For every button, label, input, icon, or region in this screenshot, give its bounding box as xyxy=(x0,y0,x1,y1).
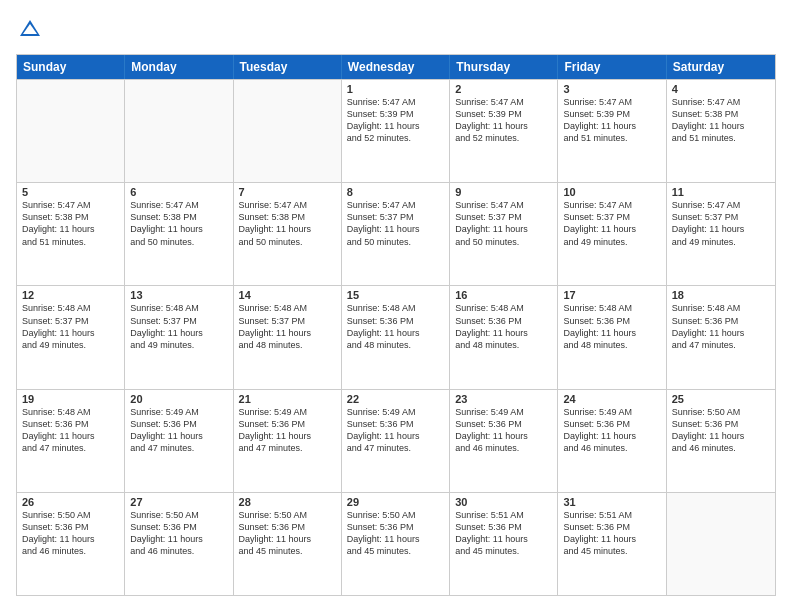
cal-cell-7: 7Sunrise: 5:47 AM Sunset: 5:38 PM Daylig… xyxy=(234,183,342,285)
cell-day-number: 1 xyxy=(347,83,444,95)
cell-day-number: 15 xyxy=(347,289,444,301)
cell-day-number: 18 xyxy=(672,289,770,301)
cell-info: Sunrise: 5:47 AM Sunset: 5:39 PM Dayligh… xyxy=(347,96,444,145)
cal-cell-6: 6Sunrise: 5:47 AM Sunset: 5:38 PM Daylig… xyxy=(125,183,233,285)
cell-day-number: 13 xyxy=(130,289,227,301)
cell-info: Sunrise: 5:47 AM Sunset: 5:37 PM Dayligh… xyxy=(563,199,660,248)
cal-cell-31: 31Sunrise: 5:51 AM Sunset: 5:36 PM Dayli… xyxy=(558,493,666,595)
cell-info: Sunrise: 5:47 AM Sunset: 5:38 PM Dayligh… xyxy=(130,199,227,248)
cell-info: Sunrise: 5:48 AM Sunset: 5:37 PM Dayligh… xyxy=(22,302,119,351)
cell-info: Sunrise: 5:50 AM Sunset: 5:36 PM Dayligh… xyxy=(672,406,770,455)
cell-info: Sunrise: 5:48 AM Sunset: 5:36 PM Dayligh… xyxy=(563,302,660,351)
cal-row-4: 19Sunrise: 5:48 AM Sunset: 5:36 PM Dayli… xyxy=(17,389,775,492)
cal-cell-empty-0-1 xyxy=(125,80,233,182)
cell-info: Sunrise: 5:49 AM Sunset: 5:36 PM Dayligh… xyxy=(130,406,227,455)
header-day-tuesday: Tuesday xyxy=(234,55,342,79)
cal-cell-20: 20Sunrise: 5:49 AM Sunset: 5:36 PM Dayli… xyxy=(125,390,233,492)
header-day-sunday: Sunday xyxy=(17,55,125,79)
cell-info: Sunrise: 5:47 AM Sunset: 5:39 PM Dayligh… xyxy=(455,96,552,145)
cell-info: Sunrise: 5:47 AM Sunset: 5:37 PM Dayligh… xyxy=(347,199,444,248)
header-day-wednesday: Wednesday xyxy=(342,55,450,79)
header xyxy=(16,16,776,44)
logo-icon xyxy=(16,16,44,44)
cal-cell-3: 3Sunrise: 5:47 AM Sunset: 5:39 PM Daylig… xyxy=(558,80,666,182)
cal-row-2: 5Sunrise: 5:47 AM Sunset: 5:38 PM Daylig… xyxy=(17,182,775,285)
page: SundayMondayTuesdayWednesdayThursdayFrid… xyxy=(0,0,792,612)
cell-day-number: 17 xyxy=(563,289,660,301)
cell-info: Sunrise: 5:49 AM Sunset: 5:36 PM Dayligh… xyxy=(347,406,444,455)
cell-info: Sunrise: 5:48 AM Sunset: 5:36 PM Dayligh… xyxy=(22,406,119,455)
cell-day-number: 21 xyxy=(239,393,336,405)
cal-cell-11: 11Sunrise: 5:47 AM Sunset: 5:37 PM Dayli… xyxy=(667,183,775,285)
cell-day-number: 7 xyxy=(239,186,336,198)
cal-cell-21: 21Sunrise: 5:49 AM Sunset: 5:36 PM Dayli… xyxy=(234,390,342,492)
cal-row-3: 12Sunrise: 5:48 AM Sunset: 5:37 PM Dayli… xyxy=(17,285,775,388)
cell-info: Sunrise: 5:47 AM Sunset: 5:37 PM Dayligh… xyxy=(455,199,552,248)
cell-info: Sunrise: 5:48 AM Sunset: 5:36 PM Dayligh… xyxy=(672,302,770,351)
cal-cell-13: 13Sunrise: 5:48 AM Sunset: 5:37 PM Dayli… xyxy=(125,286,233,388)
cal-cell-25: 25Sunrise: 5:50 AM Sunset: 5:36 PM Dayli… xyxy=(667,390,775,492)
header-day-friday: Friday xyxy=(558,55,666,79)
cal-cell-19: 19Sunrise: 5:48 AM Sunset: 5:36 PM Dayli… xyxy=(17,390,125,492)
cell-day-number: 26 xyxy=(22,496,119,508)
cell-day-number: 8 xyxy=(347,186,444,198)
cal-cell-15: 15Sunrise: 5:48 AM Sunset: 5:36 PM Dayli… xyxy=(342,286,450,388)
header-day-thursday: Thursday xyxy=(450,55,558,79)
cell-day-number: 22 xyxy=(347,393,444,405)
cal-cell-12: 12Sunrise: 5:48 AM Sunset: 5:37 PM Dayli… xyxy=(17,286,125,388)
cell-day-number: 5 xyxy=(22,186,119,198)
cell-day-number: 10 xyxy=(563,186,660,198)
cal-cell-22: 22Sunrise: 5:49 AM Sunset: 5:36 PM Dayli… xyxy=(342,390,450,492)
cal-cell-10: 10Sunrise: 5:47 AM Sunset: 5:37 PM Dayli… xyxy=(558,183,666,285)
cell-info: Sunrise: 5:49 AM Sunset: 5:36 PM Dayligh… xyxy=(239,406,336,455)
cal-cell-17: 17Sunrise: 5:48 AM Sunset: 5:36 PM Dayli… xyxy=(558,286,666,388)
cell-day-number: 23 xyxy=(455,393,552,405)
calendar-body: 1Sunrise: 5:47 AM Sunset: 5:39 PM Daylig… xyxy=(17,79,775,595)
cell-info: Sunrise: 5:48 AM Sunset: 5:37 PM Dayligh… xyxy=(130,302,227,351)
cal-cell-14: 14Sunrise: 5:48 AM Sunset: 5:37 PM Dayli… xyxy=(234,286,342,388)
cell-day-number: 24 xyxy=(563,393,660,405)
cell-info: Sunrise: 5:50 AM Sunset: 5:36 PM Dayligh… xyxy=(130,509,227,558)
cell-day-number: 11 xyxy=(672,186,770,198)
cell-info: Sunrise: 5:47 AM Sunset: 5:39 PM Dayligh… xyxy=(563,96,660,145)
cell-info: Sunrise: 5:50 AM Sunset: 5:36 PM Dayligh… xyxy=(22,509,119,558)
cal-cell-4: 4Sunrise: 5:47 AM Sunset: 5:38 PM Daylig… xyxy=(667,80,775,182)
cell-day-number: 16 xyxy=(455,289,552,301)
cal-cell-30: 30Sunrise: 5:51 AM Sunset: 5:36 PM Dayli… xyxy=(450,493,558,595)
cell-day-number: 3 xyxy=(563,83,660,95)
cell-info: Sunrise: 5:49 AM Sunset: 5:36 PM Dayligh… xyxy=(455,406,552,455)
cell-info: Sunrise: 5:50 AM Sunset: 5:36 PM Dayligh… xyxy=(347,509,444,558)
cell-day-number: 2 xyxy=(455,83,552,95)
cal-cell-29: 29Sunrise: 5:50 AM Sunset: 5:36 PM Dayli… xyxy=(342,493,450,595)
cell-day-number: 9 xyxy=(455,186,552,198)
cell-day-number: 25 xyxy=(672,393,770,405)
cal-row-5: 26Sunrise: 5:50 AM Sunset: 5:36 PM Dayli… xyxy=(17,492,775,595)
cal-cell-27: 27Sunrise: 5:50 AM Sunset: 5:36 PM Dayli… xyxy=(125,493,233,595)
cell-day-number: 31 xyxy=(563,496,660,508)
calendar-header: SundayMondayTuesdayWednesdayThursdayFrid… xyxy=(17,55,775,79)
cell-info: Sunrise: 5:48 AM Sunset: 5:37 PM Dayligh… xyxy=(239,302,336,351)
cal-cell-5: 5Sunrise: 5:47 AM Sunset: 5:38 PM Daylig… xyxy=(17,183,125,285)
cell-day-number: 29 xyxy=(347,496,444,508)
cal-cell-2: 2Sunrise: 5:47 AM Sunset: 5:39 PM Daylig… xyxy=(450,80,558,182)
cell-day-number: 30 xyxy=(455,496,552,508)
cal-cell-empty-0-2 xyxy=(234,80,342,182)
cal-row-1: 1Sunrise: 5:47 AM Sunset: 5:39 PM Daylig… xyxy=(17,79,775,182)
cell-day-number: 12 xyxy=(22,289,119,301)
cal-cell-26: 26Sunrise: 5:50 AM Sunset: 5:36 PM Dayli… xyxy=(17,493,125,595)
cell-info: Sunrise: 5:48 AM Sunset: 5:36 PM Dayligh… xyxy=(347,302,444,351)
cell-info: Sunrise: 5:51 AM Sunset: 5:36 PM Dayligh… xyxy=(563,509,660,558)
cal-cell-empty-0-0 xyxy=(17,80,125,182)
cell-day-number: 14 xyxy=(239,289,336,301)
calendar: SundayMondayTuesdayWednesdayThursdayFrid… xyxy=(16,54,776,596)
cell-info: Sunrise: 5:50 AM Sunset: 5:36 PM Dayligh… xyxy=(239,509,336,558)
header-day-monday: Monday xyxy=(125,55,233,79)
cell-day-number: 6 xyxy=(130,186,227,198)
cal-cell-18: 18Sunrise: 5:48 AM Sunset: 5:36 PM Dayli… xyxy=(667,286,775,388)
cal-cell-8: 8Sunrise: 5:47 AM Sunset: 5:37 PM Daylig… xyxy=(342,183,450,285)
cal-cell-1: 1Sunrise: 5:47 AM Sunset: 5:39 PM Daylig… xyxy=(342,80,450,182)
cell-day-number: 4 xyxy=(672,83,770,95)
cal-cell-empty-4-6 xyxy=(667,493,775,595)
cell-day-number: 27 xyxy=(130,496,227,508)
cell-info: Sunrise: 5:47 AM Sunset: 5:38 PM Dayligh… xyxy=(672,96,770,145)
